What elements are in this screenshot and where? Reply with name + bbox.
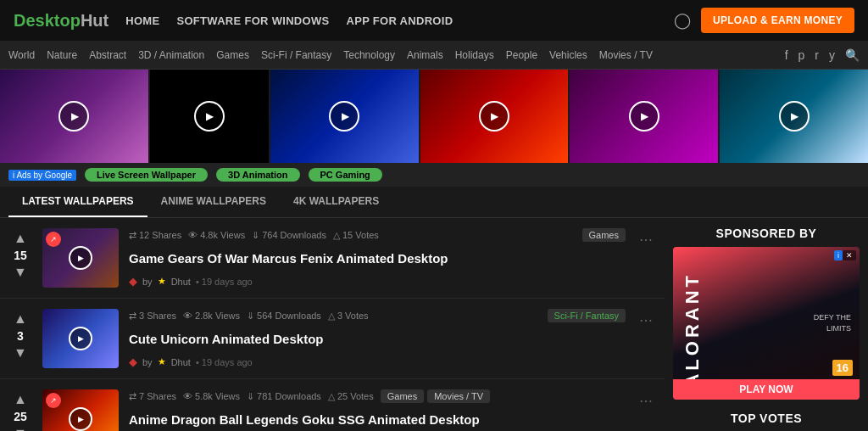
play-button-6[interactable] xyxy=(779,101,810,132)
subnav-nature[interactable]: Nature xyxy=(47,49,77,61)
wallpaper-author-2: ◆ by ★ Dhut • 19 days ago xyxy=(129,355,626,368)
wallpaper-stats-1: ⇄ 12 Shares 👁 4.8k Views ⇓ 764 Downloads… xyxy=(129,228,626,242)
wallpaper-info-3: ⇄ 7 Shares 👁 5.8k Views ⇓ 781 Downloads … xyxy=(129,389,626,431)
category-badge-movies-3[interactable]: Movies / TV xyxy=(427,389,490,403)
main-nav: HOME SOFTWARE FOR WINDOWS APP FOR ANDROI… xyxy=(125,14,657,27)
upvote-button-3[interactable]: ▲ xyxy=(14,393,27,406)
ad-pill-gaming[interactable]: PC Gaming xyxy=(309,168,382,182)
header: DesktopHut HOME SOFTWARE FOR WINDOWS APP… xyxy=(0,0,868,41)
upvote-button-1[interactable]: ▲ xyxy=(14,232,27,245)
thumb-play-1[interactable] xyxy=(69,246,92,270)
upvote-button-2[interactable]: ▲ xyxy=(14,312,27,326)
ad-info-icon[interactable]: i xyxy=(834,250,843,260)
upload-earn-button[interactable]: UPLOAD & EARN MONEY xyxy=(701,8,854,33)
play-button-2[interactable] xyxy=(194,101,225,132)
table-row: ▲ 3 ▼ ⇄ 3 Shares 👁 2.8k Views ⇓ 564 Down… xyxy=(0,299,665,379)
time-ago-2: • 19 days ago xyxy=(196,357,253,367)
user-icon[interactable]: ◯ xyxy=(674,11,691,30)
more-options-3[interactable]: ⋯ xyxy=(636,389,656,412)
content-tabs: LATEST WALLPAPERS ANIME WALLPAPERS 4K WA… xyxy=(0,187,868,218)
category-badge-2[interactable]: Sci-Fi / Fantasy xyxy=(548,309,626,322)
vote-column-2: ▲ 3 ▼ xyxy=(8,309,32,368)
thumbnail-3[interactable]: ↗ xyxy=(42,389,119,431)
subnav-games[interactable]: Games xyxy=(216,49,249,61)
subnav-movies-tv[interactable]: Movies / TV xyxy=(599,49,653,61)
star-icon-1: ★ xyxy=(158,276,166,287)
banner-item-2[interactable] xyxy=(150,70,269,163)
tab-latest-wallpapers[interactable]: LATEST WALLPAPERS xyxy=(8,187,147,217)
author-name-2[interactable]: Dhut xyxy=(171,357,191,367)
by-label-2: by xyxy=(142,357,153,367)
more-options-2[interactable]: ⋯ xyxy=(636,309,656,332)
shares-stat-2: ⇄ 3 Shares xyxy=(129,311,176,322)
shares-stat-1: ⇄ 12 Shares xyxy=(129,230,181,241)
subnav-scifi[interactable]: Sci-Fi / Fantasy xyxy=(261,49,331,61)
sponsored-title: SPONSORED BY xyxy=(673,227,860,240)
pinterest-icon[interactable]: p xyxy=(798,48,805,62)
dhut-icon-2: ◆ xyxy=(129,355,137,368)
youtube-icon[interactable]: y xyxy=(829,48,835,62)
category-badge-games-3[interactable]: Games xyxy=(381,389,424,403)
dhut-icon-1: ◆ xyxy=(129,275,137,288)
ad-bar: i Ads by Google Live Screen Wallpaper 3D… xyxy=(0,163,868,187)
vote-column-3: ▲ 25 ▼ xyxy=(8,389,32,431)
play-button-1[interactable] xyxy=(58,101,89,132)
wallpaper-title-1[interactable]: Game Gears Of War Marcus Fenix Animated … xyxy=(129,251,626,266)
wallpaper-title-2[interactable]: Cute Unicorn Animated Desktop xyxy=(129,332,626,346)
subnav-vehicles[interactable]: Vehicles xyxy=(549,49,587,61)
play-button-5[interactable] xyxy=(629,101,659,132)
play-button-3[interactable] xyxy=(329,101,359,132)
nav-android[interactable]: APP FOR ANDROID xyxy=(346,14,453,27)
thumbnail-1[interactable]: ↗ xyxy=(42,228,119,288)
votes-stat-2: △ 3 Votes xyxy=(328,311,369,322)
vote-column: ▲ 15 ▼ xyxy=(8,228,32,288)
wallpaper-list: ▲ 15 ▼ ↗ ⇄ 12 Shares 👁 4.8k Views ⇓ 764 … xyxy=(0,218,665,431)
banner-item-3[interactable] xyxy=(270,70,419,163)
sidebar: SPONSORED BY i ✕ VALORANT DEFY THELIMITS… xyxy=(665,218,868,431)
search-icon[interactable]: 🔍 xyxy=(845,48,860,62)
wallpaper-info-1: ⇄ 12 Shares 👁 4.8k Views ⇓ 764 Downloads… xyxy=(129,228,626,288)
thumb-play-3[interactable] xyxy=(69,407,92,431)
ad-close-icon[interactable]: ✕ xyxy=(843,250,856,260)
downvote-button-2[interactable]: ▼ xyxy=(14,346,27,360)
banner-item-1[interactable] xyxy=(0,70,148,163)
ad-play-button[interactable]: PLAY NOW xyxy=(673,379,860,400)
main-content: ▲ 15 ▼ ↗ ⇄ 12 Shares 👁 4.8k Views ⇓ 764 … xyxy=(0,218,868,431)
vote-count-2: 3 xyxy=(17,329,24,343)
author-name-1[interactable]: Dhut xyxy=(171,277,191,287)
category-badge-1[interactable]: Games xyxy=(582,228,626,242)
reddit-icon[interactable]: r xyxy=(815,48,819,62)
wallpaper-title-3[interactable]: Anime Dragon Ball Legends Goku SSG Anima… xyxy=(129,412,626,427)
subnav-people[interactable]: People xyxy=(506,49,537,61)
logo[interactable]: DesktopHut xyxy=(14,11,108,31)
downloads-stat-2: ⇓ 564 Downloads xyxy=(247,311,321,322)
thumb-play-2[interactable] xyxy=(69,327,92,350)
subnav-holidays[interactable]: Holidays xyxy=(455,49,494,61)
downvote-button-1[interactable]: ▼ xyxy=(14,266,27,279)
nav-software[interactable]: SOFTWARE FOR WINDOWS xyxy=(176,14,329,27)
subnav-animals[interactable]: Animals xyxy=(407,49,443,61)
ad-pill-3d[interactable]: 3D Animation xyxy=(216,168,300,182)
ad-rating-badge: 16 xyxy=(832,360,853,376)
nav-home[interactable]: HOME xyxy=(125,14,159,27)
tab-4k-wallpapers[interactable]: 4K WALLPAPERS xyxy=(280,187,392,217)
downvote-button-3[interactable]: ▼ xyxy=(14,427,27,431)
ad-pill-live[interactable]: Live Screen Wallpaper xyxy=(85,168,208,182)
subnav-world[interactable]: World xyxy=(8,49,35,61)
play-button-4[interactable] xyxy=(479,101,509,132)
subnav-abstract[interactable]: Abstract xyxy=(89,49,126,61)
banner-item-6[interactable] xyxy=(720,70,868,163)
subnav-3d-animation[interactable]: 3D / Animation xyxy=(138,49,204,61)
downloads-stat-1: ⇓ 764 Downloads xyxy=(252,230,326,241)
banner-item-4[interactable] xyxy=(420,70,569,163)
wallpaper-author-1: ◆ by ★ Dhut • 19 days ago xyxy=(129,275,626,288)
facebook-icon[interactable]: f xyxy=(785,48,788,62)
tab-anime-wallpapers[interactable]: ANIME WALLPAPERS xyxy=(147,187,280,217)
subnav-technology[interactable]: Technology xyxy=(343,49,395,61)
thumbnail-2[interactable] xyxy=(42,309,119,368)
wallpaper-info-2: ⇄ 3 Shares 👁 2.8k Views ⇓ 564 Downloads … xyxy=(129,309,626,368)
banner-item-5[interactable] xyxy=(570,70,718,163)
by-label-1: by xyxy=(142,277,153,287)
more-options-1[interactable]: ⋯ xyxy=(636,228,656,251)
top-votes-title: TOP VOTES xyxy=(673,411,860,425)
